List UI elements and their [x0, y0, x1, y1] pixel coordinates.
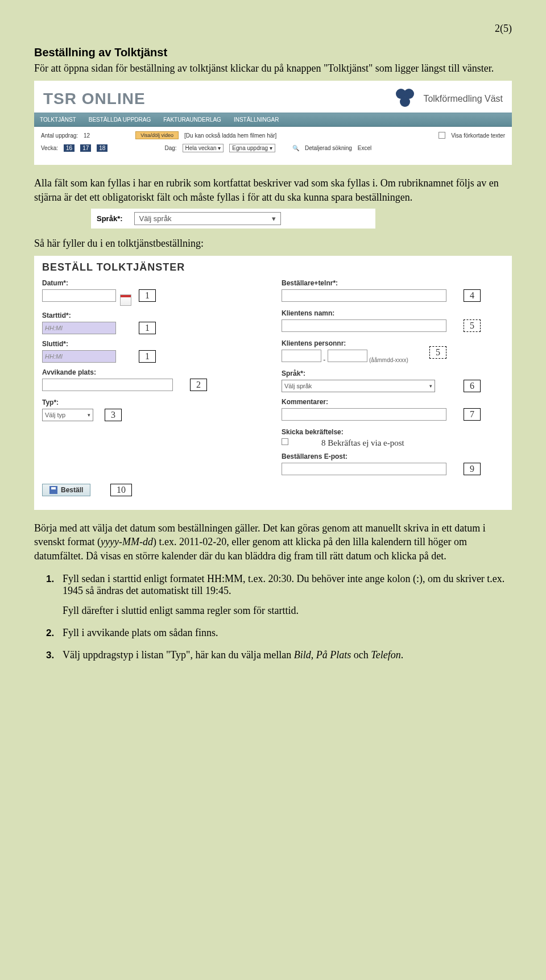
forkortade-checkbox[interactable]: [439, 132, 445, 139]
visa-dolj-button[interactable]: Visa/dölj video: [135, 131, 179, 139]
borja-paragraph: Börja med att välja det datum som bestäl…: [34, 521, 512, 563]
nav-tolktjanst[interactable]: TOLKTJÄNST: [40, 117, 76, 123]
avvikande-input[interactable]: [42, 379, 173, 391]
calendar-icon[interactable]: [120, 294, 131, 306]
nav-bestallda[interactable]: BESTÄLLDA UPPDRAG: [89, 117, 151, 123]
epost-input[interactable]: [282, 463, 446, 475]
annotation-1b: 1: [139, 322, 156, 334]
pnr-input-2[interactable]: [328, 350, 367, 362]
clover-icon: [392, 89, 417, 109]
annotation-1c: 1: [139, 350, 156, 363]
kommentar-label: Kommentarer:: [282, 398, 504, 406]
form-title: BESTÄLL TOLKTJÄNSTER: [34, 256, 512, 276]
sprak-select[interactable]: Välj språk▾: [134, 212, 281, 225]
step-3: Välj uppdragstyp i listan "Typ", här kan…: [57, 649, 512, 661]
excel-link[interactable]: Excel: [358, 145, 371, 151]
pnr-hint: (ååmmdd-xxxx): [369, 357, 408, 363]
film-text: [Du kan också ladda hem filmen här]: [184, 132, 276, 139]
nav-faktura[interactable]: FAKTURAUNDERLAG: [163, 117, 221, 123]
tsr-title: TSR ONLINE: [43, 90, 146, 108]
annotation-2: 2: [190, 379, 207, 391]
sprak-field-label: Språk*:: [282, 369, 504, 377]
avvikande-label: Avvikande plats:: [42, 368, 264, 376]
skicka-label: Skicka bekräftelse:: [282, 428, 504, 436]
detaljerad-link[interactable]: Detaljerad sökning: [305, 145, 352, 151]
typ-label: Typ*:: [42, 398, 264, 406]
step-1: Fyll sedan i starttid enligt formatet HH…: [57, 573, 512, 617]
datum-label: Datum*:: [42, 279, 264, 287]
annotation-10: 10: [110, 484, 132, 496]
datum-input[interactable]: [42, 289, 116, 302]
bestall-button[interactable]: Beställ: [42, 484, 90, 496]
forkortade-label: Visa förkortade texter: [451, 132, 505, 139]
annotation-5b: 5: [429, 346, 446, 359]
starttid-input[interactable]: HH:MI: [42, 322, 116, 334]
day-16[interactable]: 16: [64, 144, 75, 152]
kommentar-input[interactable]: [282, 408, 446, 421]
nav-installningar[interactable]: INSTÄLLNINGAR: [234, 117, 279, 123]
annotation-5a: 5: [464, 319, 481, 332]
dag-select[interactable]: Hela veckan ▾: [183, 144, 224, 152]
sprak-field-select[interactable]: Välj språk▾: [282, 380, 435, 392]
tsr-logo: Tolkförmedling Väst: [392, 89, 503, 109]
bestallare-input[interactable]: [282, 289, 446, 302]
sprak-example: Språk*: Välj språk▾: [91, 209, 375, 229]
sa-har-paragraph: Så här fyller du i en tolktjänstbeställn…: [34, 236, 512, 250]
antal-value: 12: [84, 132, 90, 139]
steps-list: Fyll sedan i starttid enligt formatet HH…: [34, 573, 512, 661]
vecka-label: Vecka:: [41, 145, 58, 151]
day-18[interactable]: 18: [97, 144, 107, 152]
annotation-6: 6: [464, 380, 481, 392]
sluttid-input[interactable]: HH:MI: [42, 350, 116, 363]
tsr-logo-text: Tolkförmedling Väst: [423, 94, 503, 104]
day-17[interactable]: 17: [80, 144, 91, 152]
sprak-label: Språk*:: [97, 214, 123, 223]
annotation-1a: 1: [139, 289, 156, 302]
annotation-3: 3: [105, 409, 122, 421]
page-number: 2(5): [34, 23, 512, 35]
egna-select[interactable]: Egna uppdrag ▾: [229, 144, 275, 152]
bestallare-label: Beställare+telnr*:: [282, 279, 504, 287]
klient-namn-input[interactable]: [282, 319, 446, 332]
annotation-4: 4: [464, 289, 481, 302]
intro-paragraph: För att öppna sidan för beställning av t…: [34, 61, 512, 75]
disk-icon: [49, 486, 57, 494]
pnr-input-1[interactable]: [282, 350, 321, 362]
starttid-label: Starttid*:: [42, 312, 264, 319]
form-screenshot: BESTÄLL TOLKTJÄNSTER Datum*: 1 Starttid*…: [34, 256, 512, 510]
tsr-screenshot: TSR ONLINE Tolkförmedling Väst TOLKTJÄNS…: [34, 81, 512, 165]
rubrik-paragraph: Alla fält som kan fyllas i har en rubrik…: [34, 176, 512, 204]
epost-label: Beställarens E-post:: [282, 452, 504, 460]
klient-pnr-label: Klientens personnr:: [282, 339, 504, 347]
step-2: Fyll i avvikande plats om sådan finns.: [57, 627, 512, 639]
typ-select[interactable]: Välj typ▾: [42, 409, 93, 421]
heading: Beställning av Tolktjänst: [34, 46, 512, 59]
annotation-8: 8 Bekräftas ej via e-post: [321, 438, 404, 448]
klient-namn-label: Klientens namn:: [282, 309, 504, 317]
annotation-9: 9: [464, 463, 481, 475]
dag-label: Dag:: [164, 145, 176, 151]
annotation-7: 7: [464, 408, 481, 421]
antal-label: Antal uppdrag:: [41, 132, 78, 139]
navbar: TOLKTJÄNST BESTÄLLDA UPPDRAG FAKTURAUNDE…: [34, 113, 512, 127]
sluttid-label: Sluttid*:: [42, 340, 264, 348]
skicka-checkbox[interactable]: [282, 438, 288, 445]
